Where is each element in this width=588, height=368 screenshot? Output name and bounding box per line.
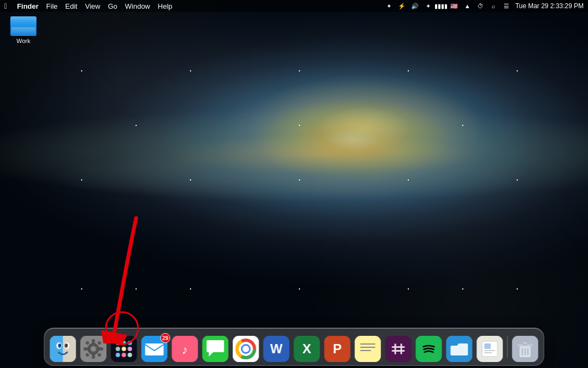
- datetime: Tue Mar 29 2:33:29 PM: [515, 2, 584, 10]
- svg-point-29: [128, 347, 132, 351]
- dock-item-messages[interactable]: [201, 335, 230, 363]
- audio-icon[interactable]: 🔊: [411, 2, 419, 10]
- svg-text:X: X: [302, 341, 311, 356]
- menu-view[interactable]: View: [85, 2, 100, 10]
- dock-item-powerpoint[interactable]: P: [323, 335, 352, 363]
- menubar-right: ✦ ⚡ 🔊 ✦ ▮▮▮▮ 🇺🇸 ▲ ⏱ ⌕ ☰ Tue Mar 29 2:33:…: [384, 2, 584, 10]
- mail-badge: 29: [161, 333, 170, 343]
- files-icon: [446, 336, 473, 362]
- menu-go[interactable]: Go: [108, 2, 117, 10]
- dock-item-finder[interactable]: [49, 335, 77, 363]
- svg-rect-64: [485, 343, 491, 349]
- app-name[interactable]: Finder: [17, 2, 39, 10]
- finder-highlight-circle: [105, 311, 139, 345]
- finder-icon: [50, 336, 76, 362]
- svg-rect-16: [92, 354, 95, 359]
- svg-point-31: [122, 353, 126, 357]
- dock-separator: [507, 336, 508, 358]
- svg-rect-50: [355, 336, 381, 362]
- flag-icon[interactable]: 🇺🇸: [450, 2, 458, 10]
- battery-saver-icon[interactable]: ⚡: [397, 2, 406, 10]
- notification-icon[interactable]: ☰: [502, 2, 511, 10]
- svg-rect-18: [99, 347, 103, 351]
- dock-item-excel[interactable]: X: [293, 335, 321, 363]
- svg-rect-34: [145, 343, 164, 355]
- svg-rect-52: [360, 347, 376, 348]
- svg-rect-58: [392, 350, 405, 352]
- menu-file[interactable]: File: [46, 2, 58, 10]
- folder-label: Work: [7, 38, 40, 44]
- svg-text:P: P: [333, 341, 341, 356]
- svg-rect-3: [50, 336, 56, 362]
- powerpoint-icon: P: [324, 336, 351, 362]
- dock-item-spotify[interactable]: [415, 335, 443, 363]
- dock-item-chrome[interactable]: [232, 335, 260, 363]
- dock-item-music[interactable]: ♪: [171, 335, 199, 363]
- dock-item-notes[interactable]: [354, 335, 382, 363]
- svg-text:♪: ♪: [182, 343, 188, 357]
- search-icon[interactable]: ⌕: [489, 2, 498, 10]
- folder-icon: [10, 14, 36, 36]
- svg-rect-51: [360, 343, 376, 345]
- dock-item-word[interactable]: W: [262, 335, 291, 363]
- apple-menu[interactable]: : [4, 2, 7, 10]
- folder-tab: [10, 17, 22, 21]
- svg-rect-5: [70, 336, 76, 362]
- svg-point-7: [58, 343, 62, 348]
- menu-window[interactable]: Window: [125, 2, 150, 10]
- dock-item-files[interactable]: [445, 335, 474, 363]
- svg-rect-15: [92, 339, 95, 343]
- dock-item-preview[interactable]: [476, 335, 504, 363]
- svg-rect-57: [392, 346, 405, 348]
- svg-point-32: [128, 353, 132, 357]
- music-icon: ♪: [172, 336, 198, 362]
- folder-body: [10, 16, 36, 36]
- wifi-icon[interactable]: ▲: [463, 2, 471, 10]
- svg-rect-53: [360, 350, 371, 351]
- notes-icon: [355, 336, 381, 362]
- svg-point-10: [65, 343, 68, 348]
- svg-point-11: [66, 345, 68, 346]
- preview-icon: [477, 336, 503, 362]
- svg-point-28: [122, 347, 126, 351]
- spotify-icon: [416, 336, 442, 362]
- dock-item-trash[interactable]: [511, 335, 540, 363]
- messages-icon: [203, 336, 229, 362]
- svg-text:W: W: [270, 341, 283, 356]
- dock-item-slack[interactable]: [384, 335, 413, 363]
- battery-icon[interactable]: ▮▮▮▮: [437, 2, 445, 10]
- svg-point-43: [243, 346, 249, 352]
- excel-icon: X: [294, 336, 320, 362]
- svg-rect-55: [395, 343, 396, 354]
- svg-rect-70: [523, 341, 528, 345]
- work-folder[interactable]: Work: [4, 12, 42, 46]
- slack-icon: [385, 336, 412, 362]
- desktop:  Finder File Edit View Go Window Help ✦…: [0, 0, 588, 368]
- svg-rect-54: [385, 336, 412, 362]
- menu-edit[interactable]: Edit: [65, 2, 77, 10]
- bluetooth-icon[interactable]: ✦: [424, 2, 432, 10]
- svg-point-27: [116, 347, 120, 351]
- svg-rect-17: [84, 347, 88, 351]
- svg-point-14: [91, 346, 96, 352]
- svg-rect-65: [485, 350, 495, 351]
- chrome-icon: [233, 336, 259, 362]
- folder-shine: [11, 27, 35, 35]
- menubar:  Finder File Edit View Go Window Help ✦…: [0, 0, 588, 12]
- menubar-left:  Finder File Edit View Go Window Help: [4, 2, 173, 10]
- svg-rect-66: [485, 352, 492, 353]
- time-machine-icon[interactable]: ⏱: [476, 2, 485, 10]
- svg-rect-56: [401, 343, 402, 354]
- dropbox-icon[interactable]: ✦: [384, 2, 393, 10]
- svg-point-30: [116, 353, 120, 357]
- trash-icon: [512, 336, 538, 362]
- menu-help[interactable]: Help: [158, 2, 173, 10]
- word-icon: W: [264, 336, 290, 362]
- svg-point-8: [60, 345, 61, 346]
